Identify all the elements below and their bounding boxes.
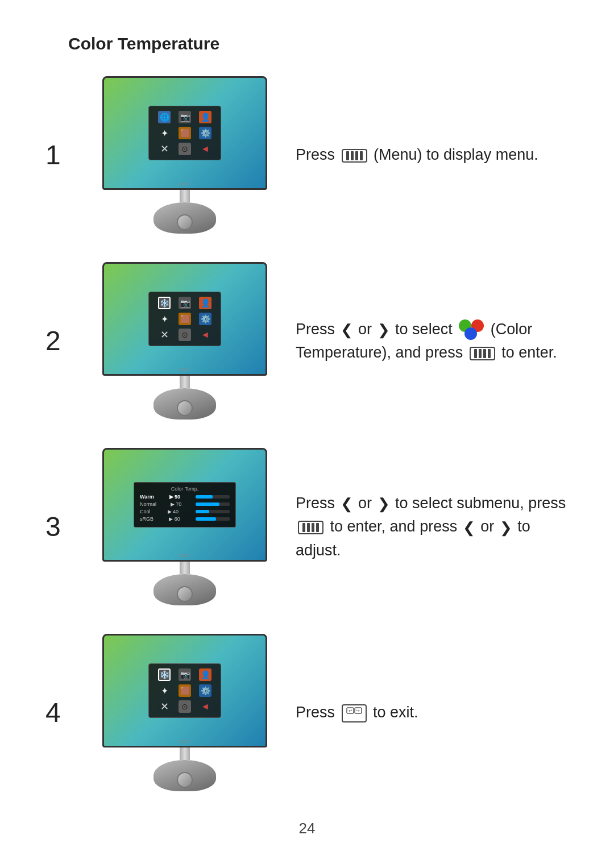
menu-button-icon-3 [298,521,323,534]
icon-2: 📷 [179,111,191,123]
exit-button-icon: ↩ ↪ [342,704,367,722]
step-3-text-1: to select submenu, press [395,495,566,512]
screen-2-menu: ❄️ 📷 👤 ✦ 🟫 ⚙️ ✕ ⊙ ◄ [148,292,221,346]
icon-7: ✕ [158,143,171,155]
icon-4-7: ✕ [158,700,171,713]
screen-4-menu: ❄️ 📷 👤 ✦ 🟫 ⚙️ ✕ ⊙ ◄ [148,663,221,718]
step-1-row: 1 🌐 📷 👤 ✦ 🟫 ⚙️ ✕ ⊙ ◄ AOC [45,76,569,234]
submenu-row-3: Cool ▶ 40 [140,509,230,514]
submenu-title: Color Temp. [140,486,230,492]
step-2-to-select: to select [395,321,453,338]
icon-2-1: ❄️ [158,297,171,309]
stand-neck-2 [180,376,190,388]
step-4-desc: Press ↩ ↪ to exit. [296,701,569,724]
stand-base-4 [154,760,216,791]
submenu-row-2: Normal ▶ 70 [140,501,230,507]
color-temperature-icon [459,319,484,340]
icon-2-8: ⊙ [179,329,191,341]
page-number: 24 [45,820,569,837]
step-4-row: 4 ❄️ 📷 👤 ✦ 🟫 ⚙️ ✕ ⊙ ◄ AOC [45,634,569,791]
blob-blue [464,327,477,340]
chevron-left-icon-2a: ❮ [341,319,353,341]
stand-foot-1 [177,214,193,230]
step-3-monitor: Color Temp. Warm ▶ 50 Normal ▶ 70 Cool ▶… [97,448,273,605]
icon-4-6: ⚙️ [199,684,211,697]
step-2-or-1: or [358,321,372,338]
exit-icon-svg: ↩ ↪ [346,707,362,720]
monitor-3: Color Temp. Warm ▶ 50 Normal ▶ 70 Cool ▶… [102,448,267,562]
icon-4-9: ◄ [199,700,211,713]
menu-button-icon-2 [470,347,495,360]
icon-4-5: 🟫 [179,684,191,697]
screen-3-submenu: Color Temp. Warm ▶ 50 Normal ▶ 70 Cool ▶… [134,482,236,528]
step-3-row: 3 Color Temp. Warm ▶ 50 Normal ▶ 70 [45,448,569,605]
icon-4-1: ❄️ [158,668,171,681]
icon-2-9: ◄ [199,329,211,341]
monitor-3-screen: Color Temp. Warm ▶ 50 Normal ▶ 70 Cool ▶… [104,450,265,560]
step-3-number: 3 [45,511,74,542]
step-1-number: 1 [45,139,74,171]
chevron-right-icon-3b: ❯ [500,517,512,539]
icon-4-4: ✦ [158,684,171,697]
submenu-row-4: sRGB ▶ 60 [140,516,230,522]
step-2-to-enter: to enter. [501,344,557,361]
step-1-text: (Menu) to display menu. [374,146,538,163]
stand-neck-4 [180,747,190,760]
monitor-1-screen: 🌐 📷 👤 ✦ 🟫 ⚙️ ✕ ⊙ ◄ AOC [104,78,265,188]
screen-1-menu: 🌐 📷 👤 ✦ 🟫 ⚙️ ✕ ⊙ ◄ [148,106,221,160]
stand-neck-3 [180,562,190,574]
monitor-brand-2: AOC [179,367,190,372]
step-2-monitor: ❄️ 📷 👤 ✦ 🟫 ⚙️ ✕ ⊙ ◄ AOC [97,262,273,420]
step-2-row: 2 ❄️ 📷 👤 ✦ 🟫 ⚙️ ✕ ⊙ ◄ AOC [45,262,569,420]
step-3-text-2: to enter, and press [330,518,458,535]
stand-neck-1 [180,190,190,202]
step-4-text: to exit. [373,704,418,721]
monitor-brand-4: AOC [179,739,190,744]
chevron-right-icon-3a: ❯ [377,493,390,515]
chevron-right-icon-2a: ❯ [377,319,390,341]
icon-6: ⚙️ [199,127,211,139]
icon-2-3: 👤 [199,297,211,309]
page-title: Color Temperature [68,34,569,53]
step-1-monitor: 🌐 📷 👤 ✦ 🟫 ⚙️ ✕ ⊙ ◄ AOC [97,76,273,234]
step-1-desc: Press (Menu) to display menu. [296,143,569,167]
chevron-left-icon-3a: ❮ [341,493,353,515]
monitor-4-screen: ❄️ 📷 👤 ✦ 🟫 ⚙️ ✕ ⊙ ◄ AOC [104,636,265,746]
step-2-number: 2 [45,325,74,356]
submenu-row-1: Warm ▶ 50 [140,494,230,500]
icon-2-5: 🟫 [179,313,191,325]
icon-4-3: 👤 [199,668,211,681]
icon-1: 🌐 [158,111,171,123]
monitor-brand-3: AOC [179,553,190,558]
icon-4-8: ⊙ [179,700,191,713]
icon-2-2: 📷 [179,297,191,309]
icon-4-2: 📷 [179,668,191,681]
step-3-or-2: or [480,518,494,535]
icon-2-7: ✕ [158,329,171,341]
menu-button-icon-1 [342,149,367,163]
icon-3: 👤 [199,111,211,123]
step-3-desc: Press ❮ or ❯ to select submenu, press to… [296,492,569,562]
step-2-desc: Press ❮ or ❯ to select (Color Temperatur… [296,318,569,364]
monitor-brand-1: AOC [179,181,190,186]
icon-2-6: ⚙️ [199,313,211,325]
monitor-1: 🌐 📷 👤 ✦ 🟫 ⚙️ ✕ ⊙ ◄ AOC [102,76,267,190]
step-4-monitor: ❄️ 📷 👤 ✦ 🟫 ⚙️ ✕ ⊙ ◄ AOC [97,634,273,791]
svg-text:↪: ↪ [356,708,360,713]
stand-foot-4 [177,772,193,788]
stand-foot-2 [177,400,193,416]
step-3-or-1: or [358,495,372,512]
stand-base-1 [154,202,216,234]
chevron-left-icon-3b: ❮ [463,517,475,539]
monitor-4: ❄️ 📷 👤 ✦ 🟫 ⚙️ ✕ ⊙ ◄ AOC [102,634,267,747]
icon-8: ⊙ [179,143,191,155]
stand-foot-3 [177,586,193,602]
stand-base-2 [154,388,216,420]
stand-base-3 [154,574,216,605]
monitor-2-screen: ❄️ 📷 👤 ✦ 🟫 ⚙️ ✕ ⊙ ◄ AOC [104,264,265,374]
monitor-2: ❄️ 📷 👤 ✦ 🟫 ⚙️ ✕ ⊙ ◄ AOC [102,262,267,376]
icon-5: 🟫 [179,127,191,139]
icon-4: ✦ [158,127,171,139]
icon-2-4: ✦ [158,313,171,325]
svg-text:↩: ↩ [349,708,352,713]
